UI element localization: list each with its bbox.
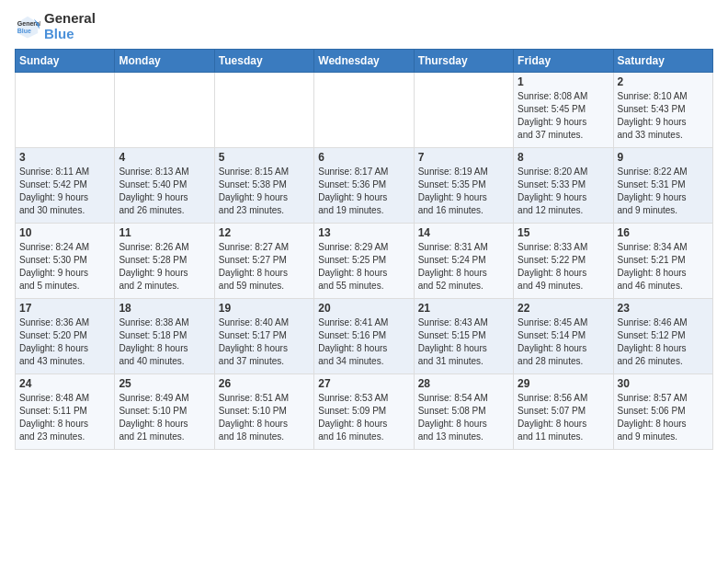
day-cell: 13Sunrise: 8:29 AMSunset: 5:25 PMDayligh… <box>314 224 414 299</box>
day-cell <box>414 73 513 148</box>
day-cell: 10Sunrise: 8:24 AMSunset: 5:30 PMDayligh… <box>16 224 115 299</box>
day-cell <box>16 73 115 148</box>
day-info: Sunrise: 8:53 AMSunset: 5:09 PMDaylight:… <box>318 392 409 443</box>
day-cell: 9Sunrise: 8:22 AMSunset: 5:31 PMDaylight… <box>613 148 712 224</box>
day-cell: 27Sunrise: 8:53 AMSunset: 5:09 PMDayligh… <box>314 374 414 450</box>
day-info: Sunrise: 8:54 AMSunset: 5:08 PMDaylight:… <box>418 392 509 443</box>
svg-text:Blue: Blue <box>17 28 31 34</box>
day-cell: 5Sunrise: 8:15 AMSunset: 5:38 PMDaylight… <box>214 148 313 224</box>
day-cell: 26Sunrise: 8:51 AMSunset: 5:10 PMDayligh… <box>214 374 313 450</box>
day-info: Sunrise: 8:45 AMSunset: 5:14 PMDaylight:… <box>518 316 609 368</box>
day-number: 14 <box>418 226 509 239</box>
day-info: Sunrise: 8:13 AMSunset: 5:40 PMDaylight:… <box>119 166 210 217</box>
day-number: 18 <box>119 302 210 315</box>
day-cell: 4Sunrise: 8:13 AMSunset: 5:40 PMDaylight… <box>115 148 214 224</box>
day-cell: 29Sunrise: 8:56 AMSunset: 5:07 PMDayligh… <box>514 374 613 450</box>
day-info: Sunrise: 8:46 AMSunset: 5:12 PMDaylight:… <box>618 316 709 368</box>
day-cell: 8Sunrise: 8:20 AMSunset: 5:33 PMDaylight… <box>514 148 613 224</box>
logo: General Blue General Blue <box>15 11 96 41</box>
day-number: 28 <box>418 377 509 390</box>
day-info: Sunrise: 8:22 AMSunset: 5:31 PMDaylight:… <box>618 166 709 217</box>
col-header-tuesday: Tuesday <box>214 50 313 73</box>
day-number: 27 <box>318 377 409 390</box>
day-info: Sunrise: 8:29 AMSunset: 5:25 PMDaylight:… <box>318 241 409 293</box>
day-cell: 24Sunrise: 8:48 AMSunset: 5:11 PMDayligh… <box>16 374 115 450</box>
day-info: Sunrise: 8:20 AMSunset: 5:33 PMDaylight:… <box>518 166 609 217</box>
day-cell: 28Sunrise: 8:54 AMSunset: 5:08 PMDayligh… <box>414 374 513 450</box>
day-info: Sunrise: 8:15 AMSunset: 5:38 PMDaylight:… <box>219 166 310 217</box>
day-number: 24 <box>19 377 110 390</box>
col-header-wednesday: Wednesday <box>314 50 414 73</box>
day-info: Sunrise: 8:08 AMSunset: 5:45 PMDaylight:… <box>518 90 609 142</box>
week-row-5: 24Sunrise: 8:48 AMSunset: 5:11 PMDayligh… <box>16 374 713 450</box>
day-info: Sunrise: 8:17 AMSunset: 5:36 PMDaylight:… <box>318 166 409 217</box>
day-info: Sunrise: 8:36 AMSunset: 5:20 PMDaylight:… <box>19 316 110 368</box>
day-number: 16 <box>618 226 709 239</box>
day-number: 8 <box>518 151 609 164</box>
day-number: 21 <box>418 302 509 315</box>
day-number: 17 <box>19 302 110 315</box>
day-info: Sunrise: 8:51 AMSunset: 5:10 PMDaylight:… <box>219 392 310 443</box>
logo-general: General <box>44 11 96 27</box>
day-cell: 25Sunrise: 8:49 AMSunset: 5:10 PMDayligh… <box>115 374 214 450</box>
col-header-sunday: Sunday <box>16 50 115 73</box>
day-info: Sunrise: 8:41 AMSunset: 5:16 PMDaylight:… <box>318 316 409 368</box>
day-cell: 23Sunrise: 8:46 AMSunset: 5:12 PMDayligh… <box>613 299 712 374</box>
day-number: 1 <box>518 75 609 88</box>
week-row-4: 17Sunrise: 8:36 AMSunset: 5:20 PMDayligh… <box>16 299 713 374</box>
week-row-1: 1Sunrise: 8:08 AMSunset: 5:45 PMDaylight… <box>16 73 713 148</box>
day-info: Sunrise: 8:31 AMSunset: 5:24 PMDaylight:… <box>418 241 509 293</box>
day-info: Sunrise: 8:49 AMSunset: 5:10 PMDaylight:… <box>119 392 210 443</box>
logo-blue: Blue <box>44 27 96 42</box>
day-cell: 6Sunrise: 8:17 AMSunset: 5:36 PMDaylight… <box>314 148 414 224</box>
day-info: Sunrise: 8:27 AMSunset: 5:27 PMDaylight:… <box>219 241 310 293</box>
day-cell: 19Sunrise: 8:40 AMSunset: 5:17 PMDayligh… <box>214 299 313 374</box>
day-number: 2 <box>618 75 709 88</box>
day-number: 5 <box>219 151 310 164</box>
col-header-saturday: Saturday <box>613 50 712 73</box>
day-info: Sunrise: 8:43 AMSunset: 5:15 PMDaylight:… <box>418 316 509 368</box>
calendar-table: SundayMondayTuesdayWednesdayThursdayFrid… <box>15 49 713 450</box>
day-number: 7 <box>418 151 509 164</box>
day-cell: 16Sunrise: 8:34 AMSunset: 5:21 PMDayligh… <box>613 224 712 299</box>
logo-icon: General Blue <box>15 14 40 40</box>
day-number: 26 <box>219 377 310 390</box>
day-cell: 7Sunrise: 8:19 AMSunset: 5:35 PMDaylight… <box>414 148 513 224</box>
day-number: 25 <box>119 377 210 390</box>
day-number: 23 <box>618 302 709 315</box>
header: General Blue General Blue <box>15 11 713 41</box>
day-cell: 1Sunrise: 8:08 AMSunset: 5:45 PMDaylight… <box>514 73 613 148</box>
day-cell: 11Sunrise: 8:26 AMSunset: 5:28 PMDayligh… <box>115 224 214 299</box>
day-cell: 17Sunrise: 8:36 AMSunset: 5:20 PMDayligh… <box>16 299 115 374</box>
day-info: Sunrise: 8:19 AMSunset: 5:35 PMDaylight:… <box>418 166 509 217</box>
day-number: 10 <box>19 226 110 239</box>
day-cell <box>214 73 313 148</box>
day-info: Sunrise: 8:10 AMSunset: 5:43 PMDaylight:… <box>618 90 709 142</box>
day-number: 3 <box>19 151 110 164</box>
day-info: Sunrise: 8:48 AMSunset: 5:11 PMDaylight:… <box>19 392 110 443</box>
day-number: 29 <box>518 377 609 390</box>
day-info: Sunrise: 8:24 AMSunset: 5:30 PMDaylight:… <box>19 241 110 293</box>
day-number: 4 <box>119 151 210 164</box>
col-header-friday: Friday <box>514 50 613 73</box>
col-header-thursday: Thursday <box>414 50 513 73</box>
day-cell: 21Sunrise: 8:43 AMSunset: 5:15 PMDayligh… <box>414 299 513 374</box>
day-cell: 22Sunrise: 8:45 AMSunset: 5:14 PMDayligh… <box>514 299 613 374</box>
day-info: Sunrise: 8:56 AMSunset: 5:07 PMDaylight:… <box>518 392 609 443</box>
day-number: 11 <box>119 226 210 239</box>
day-info: Sunrise: 8:38 AMSunset: 5:18 PMDaylight:… <box>119 316 210 368</box>
day-cell: 18Sunrise: 8:38 AMSunset: 5:18 PMDayligh… <box>115 299 214 374</box>
day-info: Sunrise: 8:34 AMSunset: 5:21 PMDaylight:… <box>618 241 709 293</box>
day-cell: 15Sunrise: 8:33 AMSunset: 5:22 PMDayligh… <box>514 224 613 299</box>
col-header-monday: Monday <box>115 50 214 73</box>
day-cell: 2Sunrise: 8:10 AMSunset: 5:43 PMDaylight… <box>613 73 712 148</box>
day-cell: 3Sunrise: 8:11 AMSunset: 5:42 PMDaylight… <box>16 148 115 224</box>
week-row-3: 10Sunrise: 8:24 AMSunset: 5:30 PMDayligh… <box>16 224 713 299</box>
day-cell: 30Sunrise: 8:57 AMSunset: 5:06 PMDayligh… <box>613 374 712 450</box>
day-number: 9 <box>618 151 709 164</box>
day-info: Sunrise: 8:33 AMSunset: 5:22 PMDaylight:… <box>518 241 609 293</box>
day-cell: 12Sunrise: 8:27 AMSunset: 5:27 PMDayligh… <box>214 224 313 299</box>
day-cell: 14Sunrise: 8:31 AMSunset: 5:24 PMDayligh… <box>414 224 513 299</box>
page-container: General Blue General Blue SundayMondayTu… <box>0 0 728 457</box>
day-info: Sunrise: 8:11 AMSunset: 5:42 PMDaylight:… <box>19 166 110 217</box>
